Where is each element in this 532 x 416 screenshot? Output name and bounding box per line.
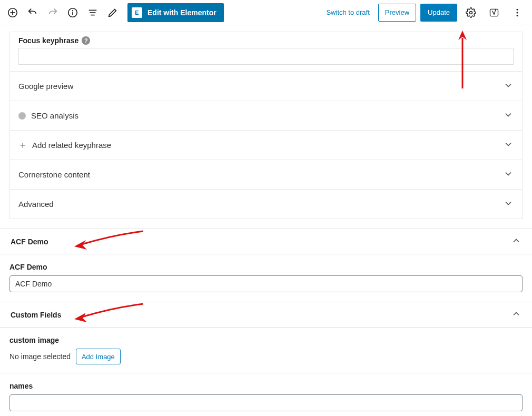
acf-demo-field-label: ACF Demo (9, 262, 523, 275)
google-preview-label: Google preview (18, 82, 73, 91)
svg-point-11 (517, 8, 518, 10)
redo-button[interactable] (43, 3, 62, 22)
svg-point-13 (517, 15, 518, 16)
custom-image-label: custom image (9, 335, 523, 349)
switch-to-draft-link[interactable]: Switch to draft (322, 8, 373, 16)
names-input[interactable] (9, 394, 523, 411)
advanced-label: Advanced (18, 200, 54, 209)
custom-fields-panel-title: Custom Fields (11, 311, 61, 319)
cornerstone-label: Cornerstone content (18, 170, 90, 179)
add-keyphrase-label: Add related keyphrase (32, 141, 111, 150)
google-preview-accordion[interactable]: Google preview (10, 71, 522, 101)
yoast-icon[interactable] (485, 3, 504, 22)
cornerstone-accordion[interactable]: Cornerstone content (10, 160, 522, 189)
elementor-button[interactable]: E Edit with Elementor (127, 3, 224, 22)
add-block-button[interactable] (3, 3, 22, 22)
help-icon[interactable]: ? (82, 36, 90, 45)
chevron-down-icon (503, 110, 514, 122)
chevron-down-icon (503, 139, 514, 151)
svg-point-12 (517, 12, 518, 13)
acf-demo-field-input[interactable] (9, 275, 523, 292)
settings-icon[interactable] (461, 3, 480, 22)
elementor-icon: E (132, 7, 142, 18)
custom-fields-panel-body: custom image No image selected Add Image… (0, 328, 532, 416)
acf-demo-panel-header[interactable]: ACF Demo (0, 229, 532, 254)
focus-keyphrase-section: Focus keyphrase ? (10, 32, 522, 71)
info-button[interactable] (63, 3, 82, 22)
undo-button[interactable] (23, 3, 42, 22)
add-keyphrase-accordion[interactable]: Add related keyphrase (10, 130, 522, 160)
plus-icon (18, 141, 27, 150)
edit-button[interactable] (103, 3, 122, 22)
advanced-accordion[interactable]: Advanced (10, 189, 522, 219)
editor-toolbar: E Edit with Elementor Switch to draft Pr… (0, 0, 532, 25)
seo-status-dot (18, 112, 26, 120)
chevron-up-icon (511, 235, 521, 247)
more-options-icon[interactable] (508, 3, 527, 22)
seo-analysis-label: SEO analysis (31, 111, 78, 120)
acf-demo-panel-body: ACF Demo (0, 254, 532, 302)
chevron-up-icon (511, 309, 521, 321)
focus-keyphrase-label: Focus keyphrase (18, 36, 78, 45)
update-label: Update (428, 8, 450, 16)
yoast-seo-panel: Focus keyphrase ? Google preview SEO ana… (9, 32, 523, 219)
separator (0, 373, 532, 373)
focus-keyphrase-input[interactable] (18, 48, 514, 65)
acf-demo-panel: ACF Demo ACF Demo (0, 229, 532, 302)
toolbar-right: Switch to draft Preview Update (322, 3, 527, 22)
no-image-text: No image selected (9, 352, 71, 361)
preview-button[interactable]: Preview (378, 4, 416, 22)
chevron-down-icon (503, 198, 514, 210)
svg-point-9 (470, 11, 472, 14)
names-label: names (9, 381, 523, 394)
toolbar-left: E Edit with Elementor (3, 3, 224, 22)
preview-label: Preview (385, 8, 409, 16)
elementor-label: Edit with Elementor (147, 8, 216, 17)
acf-demo-panel-title: ACF Demo (11, 237, 48, 246)
svg-point-5 (73, 10, 73, 11)
add-image-button[interactable]: Add Image (76, 349, 121, 364)
list-view-button[interactable] (83, 3, 102, 22)
add-image-label: Add Image (82, 353, 115, 361)
custom-fields-panel-header[interactable]: Custom Fields (0, 302, 532, 328)
custom-fields-panel: Custom Fields custom image No image sele… (0, 302, 532, 416)
chevron-down-icon (503, 80, 514, 92)
update-button[interactable]: Update (420, 4, 457, 22)
seo-analysis-accordion[interactable]: SEO analysis (10, 101, 522, 130)
chevron-down-icon (503, 169, 514, 181)
